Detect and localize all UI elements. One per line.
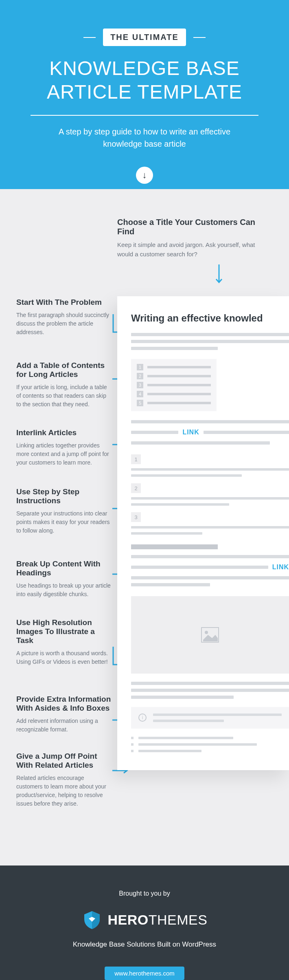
- step-num: 1: [131, 454, 141, 464]
- placeholder-line: [153, 714, 282, 716]
- mock-title: Writing an effective knowled: [131, 313, 289, 324]
- related-item: [131, 737, 289, 739]
- placeholder-line: [138, 750, 201, 752]
- step-num: 2: [131, 483, 141, 493]
- toc-row: 1: [137, 364, 211, 370]
- toc-num: 5: [137, 400, 143, 406]
- mock-related: [131, 737, 289, 752]
- mock-link: LINK: [182, 429, 199, 436]
- placeholder-line: [131, 526, 289, 529]
- arrow-down-icon: [166, 264, 272, 287]
- step-headings: Break Up Content With Headings Use headi…: [16, 559, 112, 599]
- mock-steps: 1 2 3: [131, 454, 289, 535]
- step-desc: Use headings to break up your article in…: [16, 581, 112, 599]
- placeholder-line: [131, 441, 270, 445]
- step-desc: The first paragraph should succinctly di…: [16, 311, 112, 337]
- tagline: Knowledge Base Solutions Built on WordPr…: [16, 940, 273, 949]
- step-interlink: Interlink Articles Linking articles toge…: [16, 428, 112, 467]
- badge: THE ULTIMATE: [103, 29, 186, 46]
- placeholder-line: [131, 497, 289, 500]
- logo: HEROTHEMES: [16, 910, 273, 930]
- toc-num: 4: [137, 391, 143, 397]
- toc-num: 3: [137, 382, 143, 388]
- header: THE ULTIMATE KNOWLEDGE BASE ARTICLE TEMP…: [0, 0, 289, 189]
- body: Choose a Title Your Customers Can Find K…: [0, 189, 289, 865]
- down-arrow-icon: ↓: [136, 167, 153, 184]
- related-item: [131, 743, 289, 746]
- placeholder-line: [131, 468, 289, 471]
- step-title: Start With The Problem: [16, 298, 112, 307]
- toc-row: 3: [137, 382, 211, 388]
- step-desc: Add relevent information using a recogni…: [16, 717, 112, 734]
- placeholder-line: [131, 689, 289, 692]
- shield-icon: [82, 910, 102, 930]
- svg-point-1: [205, 631, 208, 634]
- placeholder-line: [131, 503, 229, 506]
- step-num: 3: [131, 512, 141, 522]
- step-title: Use High Resolution Images To Illustrate…: [16, 618, 112, 645]
- placeholder-line: [147, 402, 211, 404]
- mock-heading: [131, 544, 218, 549]
- step-desc: Separate your instructions into clear po…: [16, 509, 112, 535]
- placeholder-line: [147, 375, 211, 377]
- step-asides: Provide Extra Information With Asides & …: [16, 695, 112, 734]
- placeholder-line: [147, 366, 211, 368]
- placeholder-line: [131, 340, 289, 343]
- step-choose-title: Choose a Title Your Customers Can Find K…: [117, 218, 272, 287]
- subtitle: A step by step guide to how to write an …: [47, 126, 242, 150]
- placeholder-line: [131, 474, 242, 477]
- image-icon: [201, 627, 219, 643]
- title-line1: KNOWLEDGE BASE: [49, 57, 239, 79]
- badge-row: THE ULTIMATE: [20, 29, 269, 46]
- step-instructions: Use Step by Step Instructions Separate y…: [16, 487, 112, 535]
- rule-left: [83, 37, 96, 38]
- logo-brand2: THEMES: [149, 912, 208, 927]
- placeholder-line: [138, 743, 257, 746]
- logo-text: HEROTHEMES: [108, 912, 208, 928]
- step-title: Interlink Articles: [16, 428, 112, 437]
- bullet-icon: [131, 750, 134, 752]
- step-title: Break Up Content With Headings: [16, 559, 112, 577]
- step-images: Use High Resolution Images To Illustrate…: [16, 618, 112, 666]
- placeholder-line: [147, 393, 211, 395]
- placeholder-line: [131, 431, 178, 434]
- step-title: Give a Jump Off Point With Related Artic…: [16, 752, 112, 770]
- placeholder-line: [204, 431, 289, 434]
- step-desc: Related articles encourage customers to …: [16, 774, 112, 808]
- placeholder-line: [131, 347, 218, 350]
- step-title: Choose a Title Your Customers Can Find: [117, 218, 272, 236]
- mock-heading-block: LINK: [131, 544, 289, 586]
- mock-image-placeholder: [131, 596, 289, 674]
- step-title: Add a Table of Contents for Long Article…: [16, 361, 112, 379]
- step-related: Give a Jump Off Point With Related Artic…: [16, 752, 112, 808]
- mock-infobox: i: [131, 707, 289, 729]
- placeholder-line: [153, 720, 224, 722]
- step-toc: Add a Table of Contents for Long Article…: [16, 361, 112, 409]
- placeholder-line: [131, 555, 289, 558]
- info-lines: [153, 714, 282, 722]
- toc-num: 1: [137, 364, 143, 370]
- placeholder-line: [131, 682, 289, 685]
- step-desc: Keep it simple and avoid jargon. Ask you…: [117, 240, 272, 259]
- mock-link: LINK: [272, 564, 289, 571]
- step-desc: If your article is long, include a table…: [16, 383, 112, 409]
- placeholder-line: [131, 566, 268, 569]
- info-icon: i: [138, 714, 147, 722]
- toc-row: 5: [137, 400, 211, 406]
- title-line2: ARTICLE TEMPLATE: [47, 81, 242, 103]
- step-desc: A picture is worth a thousand words. Usi…: [16, 649, 112, 666]
- left-column: Start With The Problem The first paragra…: [0, 296, 117, 826]
- placeholder-line: [131, 576, 289, 579]
- placeholder-line: [131, 420, 289, 423]
- url-link[interactable]: www.herothemes.com: [105, 967, 184, 980]
- toc-row: 4: [137, 391, 211, 397]
- placeholder-line: [131, 583, 210, 586]
- rule-right: [193, 37, 206, 38]
- related-item: [131, 750, 289, 752]
- bullet-icon: [131, 743, 134, 746]
- link-line: LINK: [131, 427, 289, 438]
- step-title: Use Step by Step Instructions: [16, 487, 112, 505]
- mock-toc: 1 2 3 4 5: [131, 359, 217, 411]
- logo-brand: HERO: [108, 912, 149, 927]
- brought-by: Brought to you by: [16, 890, 273, 897]
